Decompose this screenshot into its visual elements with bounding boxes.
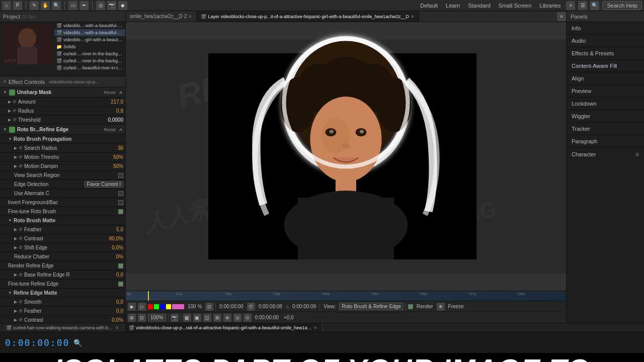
project-file-item-1[interactable]: 🎬 videoblo...-with-a-beautiful-smile_hew… bbox=[54, 22, 125, 29]
vc2-plus[interactable]: +0,0 bbox=[282, 315, 295, 320]
vc2-timecode[interactable]: 0:00:00:00 bbox=[254, 315, 280, 320]
rp-audio[interactable]: Audio bbox=[567, 35, 644, 47]
roto-reset[interactable]: Reset bbox=[102, 127, 117, 132]
vc-timecode1[interactable]: 0:00:00:00 bbox=[218, 304, 245, 309]
bt2-close[interactable]: ✕ bbox=[313, 325, 317, 330]
rp-preview[interactable]: Preview bbox=[567, 85, 644, 98]
rp-lockdown[interactable]: Lockdown bbox=[567, 98, 644, 110]
toolbar-icon-shape[interactable]: ◆ bbox=[118, 1, 127, 10]
toolbar-icon-hand[interactable]: ✋ bbox=[41, 1, 50, 10]
rp-align[interactable]: Align bbox=[567, 72, 644, 85]
threshold-value[interactable]: 0,0000 bbox=[103, 117, 123, 123]
vc2-zoom[interactable]: 100% bbox=[148, 314, 166, 321]
color-green[interactable] bbox=[154, 304, 159, 309]
timecode-display[interactable]: 0:00:00:00 bbox=[5, 337, 69, 348]
comp-tab-2[interactable]: 🎬 Layer videoblocks-close-up-p...it-of-a… bbox=[197, 11, 419, 22]
tab-expand-btn[interactable]: » bbox=[557, 12, 566, 21]
f2-value[interactable]: 0,0 bbox=[103, 308, 123, 314]
vc2-btn7[interactable]: ⊕ bbox=[223, 314, 231, 322]
fine-tune-refine-checkbox[interactable] bbox=[118, 282, 123, 287]
rp-info[interactable]: Info bbox=[567, 22, 644, 35]
vc-delta-val[interactable]: 0:00:00:09 bbox=[291, 304, 317, 309]
playhead[interactable] bbox=[148, 291, 149, 301]
sr-value[interactable]: 36 bbox=[103, 145, 123, 151]
use-alternate-checkbox[interactable] bbox=[118, 191, 123, 196]
workspace-small-screen[interactable]: Small Screen bbox=[496, 2, 534, 10]
toolbar-icon-search-mag[interactable]: 🔍 bbox=[590, 1, 599, 10]
rp-tracker[interactable]: Tracker bbox=[567, 123, 644, 135]
color-yellow[interactable] bbox=[166, 304, 171, 309]
project-file-item-2[interactable]: 🎬 videoblo...-with-a-beautiful-smile_hew… bbox=[54, 29, 125, 36]
project-file-item-5[interactable]: 🎬 curled-...-river-in-the-background_r_u… bbox=[54, 50, 125, 57]
project-file-item-7[interactable]: 🎬 curled-...-beautiful-river-in-the-back… bbox=[54, 64, 125, 71]
unsharp-reset[interactable]: Reset bbox=[102, 90, 117, 95]
project-file-item-6[interactable]: 🎬 curled-...-river-in-the-background_r_u… bbox=[54, 57, 125, 64]
toolbar-icon-roto[interactable]: ◎ bbox=[96, 1, 105, 10]
freeze-icon[interactable]: ❄ bbox=[437, 303, 445, 311]
toolbar-icon-zoom[interactable]: 🔍 bbox=[52, 1, 61, 10]
amount-value[interactable]: 217,0 bbox=[103, 99, 123, 105]
c-value[interactable]: 80,0% bbox=[103, 236, 123, 241]
search-help-btn[interactable]: Search Help bbox=[602, 1, 642, 10]
view-search-checkbox[interactable] bbox=[118, 173, 123, 178]
toolbar-icon-pencil[interactable]: ✎ bbox=[30, 1, 39, 10]
rc-value[interactable]: 0% bbox=[103, 254, 123, 259]
roto-section[interactable]: ▼ Roto Br...Refine Edge Reset A bbox=[0, 125, 125, 135]
project-file-item-3[interactable]: 🎬 videoblo...-girl-with-a-beautiful-smil… bbox=[54, 36, 125, 43]
color-pink[interactable] bbox=[172, 304, 184, 309]
unsharp-mask-section[interactable]: ▼ Unsharp Mask Reset A bbox=[0, 87, 125, 98]
vc-timecode2[interactable]: 0:00:08:08 bbox=[257, 304, 284, 309]
rp-content-aware-fill[interactable]: Content-Aware Fill bbox=[567, 60, 644, 72]
timeline-search-icon[interactable]: 🔍 bbox=[73, 339, 82, 347]
render-refine-checkbox[interactable] bbox=[118, 263, 123, 268]
toolbar-icon-project[interactable]: P bbox=[13, 1, 22, 10]
vc-clock-btn[interactable]: ⏱ bbox=[247, 303, 255, 311]
toolbar-icon-rect[interactable]: ▭ bbox=[68, 1, 77, 10]
workspace-learn[interactable]: Learn bbox=[443, 2, 462, 10]
c2-value[interactable]: 0,0% bbox=[103, 317, 123, 323]
color-red[interactable] bbox=[148, 304, 153, 309]
vc-play-btn[interactable]: ▷ bbox=[138, 303, 146, 311]
toolbar-icon-menu[interactable]: ☰ bbox=[578, 1, 587, 10]
bottom-tab-2[interactable]: 🎬 videoblocks-close-up-p...rait-of-a-att… bbox=[125, 323, 322, 332]
workspace-libraries[interactable]: Libraries bbox=[537, 2, 563, 10]
vc2-camera-btn[interactable]: 📷 bbox=[171, 314, 179, 322]
comp-tab-2-close[interactable]: ✕ bbox=[411, 14, 415, 19]
mt-value[interactable]: 50% bbox=[103, 154, 123, 160]
vc2-btn8[interactable]: ◎ bbox=[233, 314, 242, 322]
freeze-label[interactable]: Freeze bbox=[447, 304, 465, 309]
vc-zoom[interactable]: 100 % bbox=[186, 304, 203, 309]
video-timeline[interactable]: 0s 01s 02s 03s 04s 05s 06s 07s 08s bbox=[126, 291, 566, 301]
comp-tab-1-close[interactable]: ✕ bbox=[188, 14, 192, 19]
project-file-item-4[interactable]: 📁 Solids bbox=[54, 43, 125, 50]
md-value[interactable]: 50% bbox=[103, 163, 123, 169]
vc2-btn5[interactable]: ◫ bbox=[203, 314, 211, 322]
sm-value[interactable]: 0,0 bbox=[103, 299, 123, 305]
vc2-btn6[interactable]: ⊞ bbox=[213, 314, 221, 322]
vc2-btn4[interactable]: ▣ bbox=[193, 314, 201, 322]
vc2-btn9[interactable]: ⊙ bbox=[244, 314, 252, 322]
radius-value[interactable]: 0,8 bbox=[103, 108, 123, 114]
vc2-btn1[interactable]: ⊞ bbox=[128, 314, 136, 322]
fine-tune-checkbox[interactable] bbox=[118, 209, 123, 214]
render-checkbox[interactable] bbox=[408, 304, 413, 309]
f-value[interactable]: 5,0 bbox=[103, 227, 123, 232]
rp-character-row[interactable]: Character ≡ bbox=[567, 148, 644, 161]
toolbar-icon-pen[interactable]: ✒ bbox=[79, 1, 89, 10]
vc-view-value[interactable]: Roto Brush & Refine Edge bbox=[339, 303, 403, 310]
bottom-tab-1[interactable]: 🎬 curled-hair-cow-walking-towards-camera… bbox=[2, 323, 124, 332]
comp-tab-1[interactable]: smile_hew1achw2z__D 2 ✕ bbox=[126, 11, 197, 22]
color-blue[interactable] bbox=[160, 304, 165, 309]
ed-value[interactable]: Favor Current I bbox=[85, 181, 123, 188]
toolbar-icon-home[interactable]: ⌂ bbox=[2, 1, 11, 10]
vc-fit-btn[interactable]: ⊡ bbox=[205, 303, 213, 311]
vc2-btn3[interactable]: ▦ bbox=[183, 314, 191, 322]
toolbar-icon-expand[interactable]: » bbox=[566, 1, 575, 10]
fx-checkbox-roto[interactable] bbox=[9, 127, 15, 133]
vc2-btn2[interactable]: ⊡ bbox=[138, 314, 146, 322]
rp-effects-presets[interactable]: Effects & Presets bbox=[567, 47, 644, 60]
toolbar-icon-camera[interactable]: 📷 bbox=[107, 1, 116, 10]
bt1-close[interactable]: ✕ bbox=[115, 325, 119, 330]
br-value[interactable]: 0,0 bbox=[103, 272, 123, 278]
vc-roto-btn[interactable]: ▶ bbox=[128, 303, 136, 311]
